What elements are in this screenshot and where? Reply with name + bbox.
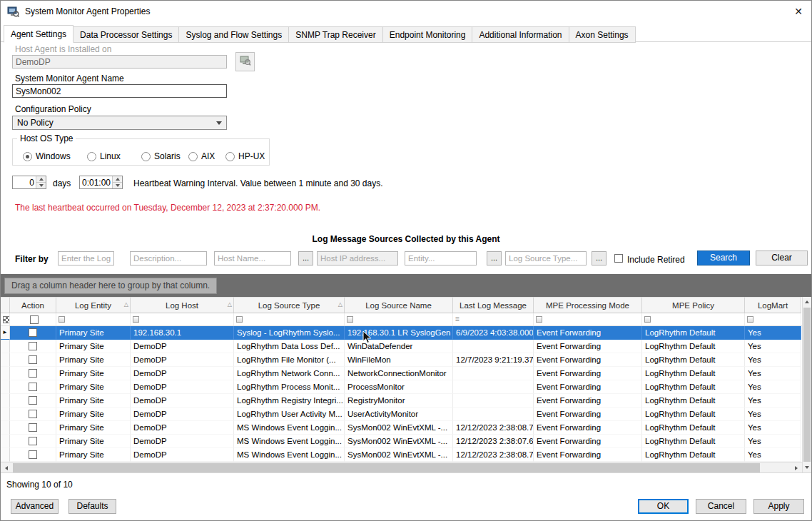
horizontal-scroll-track[interactable]	[12, 462, 791, 472]
grid-header-logmart[interactable]: LogMart	[745, 297, 801, 313]
log-source-type-filter-input[interactable]	[505, 251, 587, 265]
agent-name-input[interactable]	[12, 84, 227, 98]
stepper-arrows[interactable]	[112, 176, 122, 188]
heartbeat-days-stepper[interactable]: 0	[12, 176, 46, 189]
row-checkbox[interactable]	[29, 423, 37, 432]
vertical-scroll-thumb[interactable]	[803, 308, 811, 462]
heartbeat-interval-stepper[interactable]: 0:01:00	[79, 176, 123, 189]
grid-row[interactable]: Primary SiteDemoDPLogRhythm User Activit…	[1, 408, 802, 421]
os-radio-linux[interactable]: Linux	[87, 151, 121, 161]
grid-row[interactable]: Primary SiteDemoDPLogRhythm Data Loss De…	[1, 340, 802, 353]
stepper-down-icon[interactable]	[113, 183, 122, 188]
apply-button[interactable]: Apply	[753, 499, 804, 514]
vertical-scrollbar[interactable]	[802, 297, 811, 472]
tab-syslog-and-flow-settings[interactable]: Syslog and Flow Settings	[179, 26, 289, 43]
row-checkbox[interactable]	[29, 355, 37, 364]
grid-row[interactable]: Primary SiteDemoDPLogRhythm File Monitor…	[1, 353, 802, 367]
scroll-up-icon[interactable]	[803, 297, 811, 307]
horizontal-scrollbar[interactable]	[1, 462, 802, 472]
select-all-checkbox[interactable]	[30, 315, 39, 324]
row-checkbox[interactable]	[29, 369, 37, 378]
action-cell[interactable]	[10, 448, 56, 462]
entity-filter-input[interactable]	[405, 251, 477, 265]
grid-filter-log-source-name[interactable]	[345, 313, 453, 325]
grid-filter-logmart[interactable]	[745, 313, 801, 325]
config-policy-select[interactable]: No Policy	[12, 116, 227, 130]
entity-browse-button[interactable]: ...	[487, 251, 502, 265]
action-cell[interactable]	[10, 408, 56, 421]
grid-filter-log-source-type[interactable]	[234, 313, 345, 325]
grid-header-log-source-name[interactable]: Log Source Name	[345, 297, 453, 313]
os-radio-hp-ux[interactable]: HP-UX	[225, 151, 265, 161]
row-checkbox[interactable]	[29, 450, 37, 459]
row-checkbox[interactable]	[29, 342, 37, 350]
grid-row[interactable]: ►Primary Site192.168.30.1Syslog - LogRhy…	[1, 326, 802, 340]
action-cell[interactable]	[10, 353, 56, 367]
tab-additional-information[interactable]: Additional Information	[472, 26, 569, 43]
os-radio-solaris[interactable]: Solaris	[141, 151, 181, 161]
include-retired-checkbox[interactable]	[614, 254, 623, 263]
row-checkbox[interactable]	[29, 328, 37, 337]
grid-filter-action[interactable]	[10, 313, 56, 325]
cancel-button[interactable]: Cancel	[696, 499, 746, 514]
row-checkbox[interactable]	[29, 383, 37, 391]
stepper-arrows[interactable]	[36, 176, 46, 188]
action-cell[interactable]	[10, 394, 56, 408]
grid-header-log-host[interactable]: Log Host△	[131, 297, 234, 313]
grid-row[interactable]: Primary SiteDemoDPLogRhythm Network Conn…	[1, 367, 802, 380]
grid-filter-log-entity[interactable]	[56, 313, 131, 325]
grid-filter-last-log-message[interactable]: =	[453, 313, 534, 325]
stepper-up-icon[interactable]	[36, 176, 46, 183]
row-checkbox[interactable]	[29, 396, 37, 405]
grid-filter-mpe-policy[interactable]	[642, 313, 745, 325]
tab-snmp-trap-receiver[interactable]: SNMP Trap Receiver	[289, 26, 382, 43]
horizontal-scroll-thumb[interactable]	[13, 463, 760, 472]
action-cell[interactable]	[10, 380, 56, 394]
ok-button[interactable]: OK	[638, 499, 689, 514]
description-filter-input[interactable]	[130, 251, 207, 265]
log-source-filter-input[interactable]	[58, 251, 114, 265]
grid-header-action[interactable]: Action	[10, 297, 56, 313]
grid-filter-log-host[interactable]	[131, 313, 234, 325]
grid-row[interactable]: Primary SiteDemoDPMS Windows Event Loggi…	[1, 421, 802, 435]
os-radio-windows[interactable]: Windows	[23, 151, 71, 161]
grid-header-log-source-type[interactable]: Log Source Type△	[234, 297, 345, 313]
action-cell[interactable]	[10, 367, 56, 380]
grid-header-mpe-policy[interactable]: MPE Policy	[642, 297, 745, 313]
row-checkbox[interactable]	[29, 410, 37, 418]
grid-header-mpe-processing-mode[interactable]: MPE Processing Mode	[534, 297, 642, 313]
action-cell[interactable]	[10, 435, 56, 448]
grid-header-last-log-message[interactable]: Last Log Message	[453, 297, 534, 313]
tab-agent-settings[interactable]: Agent Settings	[4, 25, 73, 43]
grid-header-log-entity[interactable]: Log Entity△	[56, 297, 131, 313]
row-checkbox[interactable]	[29, 437, 37, 445]
grid-row[interactable]: Primary SiteDemoDPMS Windows Event Loggi…	[1, 435, 802, 448]
clear-button[interactable]: Clear	[756, 251, 808, 265]
grid-row[interactable]: Primary SiteDemoDPLogRhythm Registry Int…	[1, 394, 802, 408]
action-cell[interactable]	[10, 340, 56, 353]
vertical-scroll-track[interactable]	[803, 307, 811, 462]
grid-row[interactable]: Primary SiteDemoDPMS Windows Event Loggi…	[1, 448, 802, 462]
log-source-type-browse-button[interactable]: ...	[592, 251, 607, 265]
stepper-down-icon[interactable]	[36, 183, 46, 188]
grid-row[interactable]: Primary SiteDemoDPLogRhythm Process Moni…	[1, 380, 802, 394]
action-cell[interactable]	[10, 326, 56, 340]
host-name-filter-input[interactable]	[214, 251, 291, 265]
os-radio-aix[interactable]: AIX	[188, 151, 215, 161]
tab-axon-settings[interactable]: Axon Settings	[569, 26, 636, 43]
action-cell[interactable]	[10, 421, 56, 435]
grid-filter-indicator[interactable]	[1, 313, 10, 325]
stepper-up-icon[interactable]	[113, 176, 122, 183]
close-icon[interactable]: ✕	[786, 1, 811, 22]
host-name-browse-button[interactable]: ...	[298, 251, 313, 265]
search-button[interactable]: Search	[697, 251, 750, 265]
scroll-down-icon[interactable]	[803, 462, 811, 472]
grid-filter-mpe-processing-mode[interactable]	[534, 313, 642, 325]
scroll-right-icon[interactable]	[791, 462, 802, 472]
defaults-button[interactable]: Defaults	[68, 499, 116, 514]
tab-data-processor-settings[interactable]: Data Processor Settings	[73, 26, 179, 43]
advanced-button[interactable]: Advanced	[11, 499, 59, 514]
scroll-left-icon[interactable]	[1, 462, 12, 472]
group-by-bar[interactable]: Drag a column header here to group by th…	[1, 274, 811, 297]
tab-endpoint-monitoring[interactable]: Endpoint Monitoring	[383, 26, 473, 43]
